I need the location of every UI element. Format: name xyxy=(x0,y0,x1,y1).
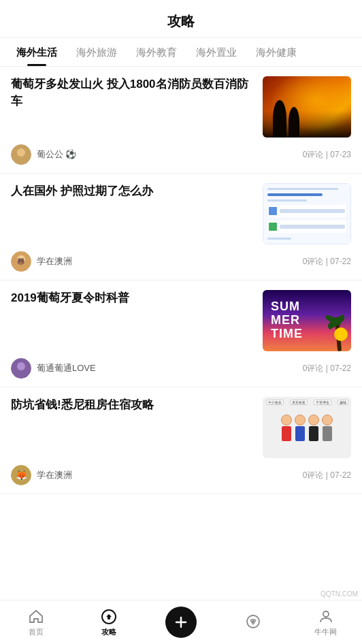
article-meta: 0评论 | 07-23 xyxy=(303,149,351,161)
author-row: 🦊 学在澳洲 0评论 | 07-22 xyxy=(11,458,351,494)
tab-overseas-travel[interactable]: 海外旅游 xyxy=(67,38,127,66)
nav-label-guide: 攻略 xyxy=(101,627,116,637)
tab-overseas-health[interactable]: 海外健康 xyxy=(246,38,306,66)
article-thumbnail: 中介收款 房东收租 不管押金 骗钱 xyxy=(263,397,351,458)
svg-text:🦊: 🦊 xyxy=(16,470,28,481)
author-name: 葡公公⚽ xyxy=(37,148,76,161)
article-text: 人在国外 护照过期了怎么办 xyxy=(11,183,254,206)
tabs-bar: 海外生活 海外旅游 海外教育 海外置业 海外健康 xyxy=(0,38,362,67)
doc-image xyxy=(263,183,351,244)
home-icon xyxy=(27,608,45,626)
nav-item-add[interactable] xyxy=(145,607,217,638)
author-name: 学在澳洲 xyxy=(37,255,72,268)
article-card[interactable]: 葡萄牙多处发山火 投入1800名消防员数百消防车 xyxy=(0,67,362,174)
svg-rect-13 xyxy=(108,616,110,619)
author-row: 🐻 学在澳洲 0评论 | 07-22 xyxy=(11,244,351,280)
nav-item-guide[interactable]: 攻略 xyxy=(72,608,144,637)
author-info: 葡公公⚽ xyxy=(11,144,76,165)
tab-overseas-property[interactable]: 海外置业 xyxy=(186,38,246,66)
article-title: 防坑省钱!悉尼租房住宿攻略 xyxy=(11,397,254,414)
svg-point-8 xyxy=(17,362,25,370)
page-title: 攻略 xyxy=(167,14,195,29)
svg-point-18 xyxy=(323,611,329,617)
tab-overseas-life[interactable]: 海外生活 xyxy=(7,38,67,66)
avatar: 🦊 xyxy=(11,465,31,485)
guide-icon xyxy=(100,608,118,626)
header: 攻略 xyxy=(0,0,362,38)
article-text: 防坑省钱!悉尼租房住宿攻略 xyxy=(11,397,254,419)
avatar: 🐻 xyxy=(11,251,31,272)
watermark: QQTN.COM xyxy=(320,590,358,598)
cartoon-labels: 中介收款 房东收租 不管押金 骗钱 xyxy=(263,400,351,405)
nav-label-home: 首页 xyxy=(29,627,44,637)
article-text: 2019葡萄牙夏令时科普 xyxy=(11,290,254,312)
message-icon xyxy=(244,613,262,630)
article-title: 人在国外 护照过期了怎么办 xyxy=(11,183,254,200)
author-info: 🐻 学在澳洲 xyxy=(11,251,72,272)
nav-item-user[interactable]: 牛牛网 xyxy=(290,608,362,637)
nav-item-home[interactable]: 首页 xyxy=(0,608,72,637)
summer-text: SUM MER TIME xyxy=(271,300,303,340)
cartoon-figures xyxy=(281,415,333,441)
article-thumbnail: SUM MER TIME xyxy=(263,290,351,351)
article-thumbnail xyxy=(263,76,351,138)
article-text: 葡萄牙多处发山火 投入1800名消防员数百消防车 xyxy=(11,76,254,115)
cartoon-image: 中介收款 房东收租 不管押金 骗钱 xyxy=(263,397,351,458)
article-title: 葡萄牙多处发山火 投入1800名消防员数百消防车 xyxy=(11,76,254,110)
fire-image xyxy=(263,76,351,138)
svg-point-17 xyxy=(252,620,254,623)
article-title: 2019葡萄牙夏令时科普 xyxy=(11,290,254,307)
svg-text:🐻: 🐻 xyxy=(17,257,25,265)
avatar xyxy=(11,358,31,379)
author-info: 🦊 学在澳洲 xyxy=(11,465,72,485)
add-button[interactable] xyxy=(165,607,197,638)
avatar xyxy=(11,144,31,165)
article-list: 葡萄牙多处发山火 投入1800名消防员数百消防车 xyxy=(0,67,362,596)
article-card[interactable]: 2019葡萄牙夏令时科普 SUM MER TIME xyxy=(0,280,362,387)
author-row: 葡通葡通LOVE 0评论 | 07-22 xyxy=(11,351,351,387)
author-name: 葡通葡通LOVE xyxy=(37,362,96,374)
summer-image: SUM MER TIME xyxy=(263,290,351,351)
author-info: 葡通葡通LOVE xyxy=(11,358,96,379)
author-row: 葡公公⚽ 0评论 | 07-23 xyxy=(11,138,351,173)
article-card[interactable]: 防坑省钱!悉尼租房住宿攻略 中介收款 房东收租 不管押金 骗钱 xyxy=(0,387,362,494)
nav-label-user: 牛牛网 xyxy=(314,627,337,637)
bottom-navigation: 首页 攻略 xyxy=(0,600,362,644)
article-card[interactable]: 人在国外 护照过期了怎么办 xyxy=(0,174,362,280)
user-icon xyxy=(317,608,335,626)
tab-overseas-education[interactable]: 海外教育 xyxy=(127,38,186,66)
article-thumbnail xyxy=(263,183,351,244)
nav-item-message[interactable] xyxy=(217,613,289,632)
article-meta: 0评论 | 07-22 xyxy=(303,363,351,374)
svg-point-1 xyxy=(17,148,25,157)
author-name: 学在澳洲 xyxy=(37,469,72,481)
article-meta: 0评论 | 07-22 xyxy=(303,256,351,268)
article-meta: 0评论 | 07-22 xyxy=(303,470,351,481)
